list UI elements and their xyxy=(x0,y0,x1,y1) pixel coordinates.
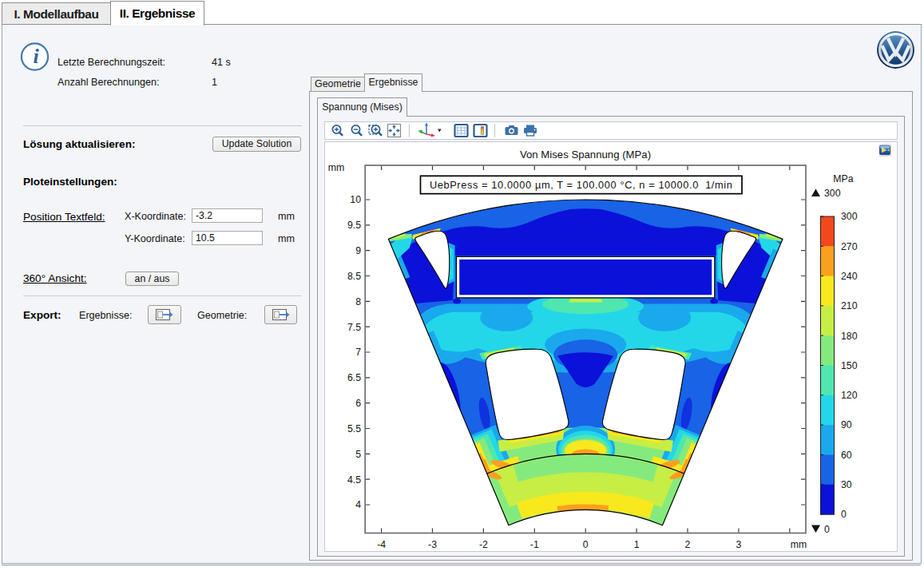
svg-text:i: i xyxy=(34,45,40,68)
